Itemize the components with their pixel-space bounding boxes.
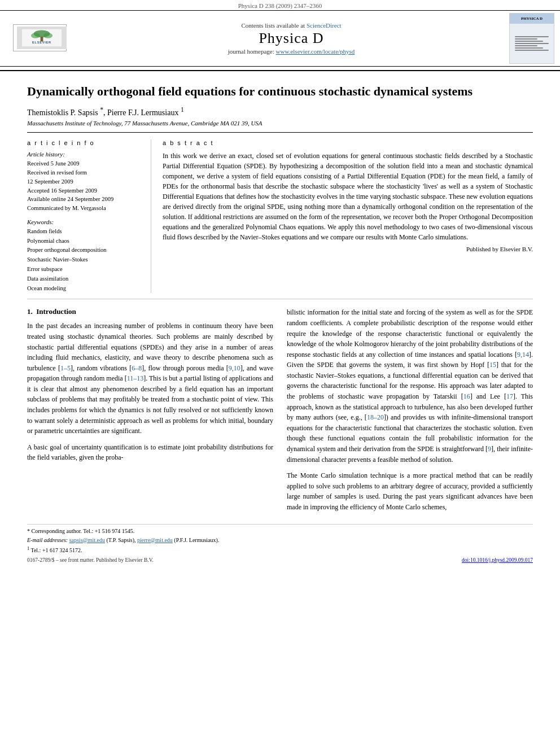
cover-body — [510, 24, 554, 63]
journal-header: Physica D 238 (2009) 2347–2360 ELSEVIER — [0, 0, 560, 71]
keyword-data-assim: Data assimilation — [27, 274, 143, 284]
footer-bottom: 0167-2789/$ – see front matter. Publishe… — [27, 557, 533, 563]
cover-title: PHYSICA D — [510, 14, 554, 24]
footer-legal-text: 0167-2789/$ – see front matter. Publishe… — [27, 557, 154, 563]
body-right-col: bilistic information for the initial sta… — [287, 307, 533, 518]
article-info-abstract: a r t i c l e i n f o Article history: R… — [27, 133, 533, 299]
abstract-col: a b s t r a c t In this work we derive a… — [163, 139, 533, 293]
svg-point-4 — [43, 33, 53, 38]
footnote-1: 1 Tel.: +1 617 324 5172. — [27, 545, 533, 555]
email-label: E-mail addresses: — [27, 537, 68, 543]
affiliation: Massachusetts Institute of Technology, 7… — [27, 120, 533, 126]
cover-line-7 — [515, 50, 549, 51]
footer-doi: doi:10.1016/j.physd.2009.09.017 — [462, 557, 533, 563]
paper-title: Dynamically orthogonal field equations f… — [27, 84, 533, 100]
ref-1-5: 1–5 — [60, 364, 71, 372]
journal-banner: ELSEVIER Contents lists available at Sci… — [0, 10, 560, 67]
ref-6-8: 6–8 — [132, 364, 142, 372]
ref-16: 16 — [463, 392, 470, 400]
ref-9b: 9 — [488, 445, 491, 453]
cover-line-5 — [515, 45, 537, 46]
ref-15: 15 — [489, 361, 496, 369]
journal-url[interactable]: www.elsevier.com/locate/physd — [276, 48, 355, 55]
section-title: Introduction — [36, 307, 76, 316]
journal-title-display: Physica D — [73, 30, 509, 47]
keyword-ocean: Ocean modeling — [27, 284, 143, 294]
history-online: Available online 24 September 2009 — [27, 195, 143, 204]
abstract-text: In this work we derive an exact, closed … — [163, 151, 533, 242]
body-left-col: 1. Introduction In the past decades an i… — [27, 307, 273, 518]
history-revised-label: Received in revised form — [27, 168, 143, 177]
published-by: Published by Elsevier B.V. — [163, 246, 533, 252]
journal-homepage: journal homepage: www.elsevier.com/locat… — [73, 48, 509, 55]
history-communicated: Communicated by M. Vergassola — [27, 204, 143, 213]
authors: Themistoklis P. Sapsis *, Pierre F.J. Le… — [27, 107, 533, 118]
paper-title-section: Dynamically orthogonal field equations f… — [27, 71, 533, 133]
cover-line-6 — [515, 47, 543, 49]
keyword-error-subspace: Error subspace — [27, 265, 143, 274]
history-label: Article history: — [27, 151, 143, 158]
history-accepted: Accepted 16 September 2009 — [27, 186, 143, 195]
keyword-random-fields: Random fields — [27, 227, 143, 237]
right-paragraph-2: The Monte Carlo simulation technique is … — [287, 470, 533, 512]
keyword-pod: Proper orthogonal decomposition — [27, 246, 143, 255]
elsevier-logo-img: ELSEVIER — [17, 27, 67, 49]
svg-text:ELSEVIER: ELSEVIER — [32, 41, 51, 44]
journal-cover-image: PHYSICA D — [509, 13, 554, 64]
intro-paragraph-2: A basic goal of uncertainty quantificati… — [27, 442, 273, 463]
ref-11-13: 11–13 — [127, 374, 144, 382]
footer-section: * Corresponding author. Tel.: +1 516 974… — [27, 524, 533, 567]
elsevier-logo-area: ELSEVIER — [6, 24, 73, 53]
elsevier-logo-box: ELSEVIER — [13, 24, 67, 51]
contents-availability: Contents lists available at ScienceDirec… — [73, 22, 509, 29]
ref-17: 17 — [506, 392, 513, 400]
main-content: Dynamically orthogonal field equations f… — [0, 71, 560, 567]
article-info-col: a r t i c l e i n f o Article history: R… — [27, 139, 151, 293]
body-content: 1. Introduction In the past decades an i… — [27, 299, 533, 518]
ref-18-20: 18–20 — [367, 413, 384, 421]
corresponding-marker-text: * — [27, 528, 30, 534]
section-number: 1. — [27, 307, 33, 316]
affil-marker: 1 — [181, 107, 184, 114]
email-pierre[interactable]: pierre@mit.edu — [137, 537, 173, 543]
right-paragraph-1: bilistic information for the initial sta… — [287, 307, 533, 465]
abstract-label: a b s t r a c t — [163, 139, 533, 146]
cover-line-3 — [515, 41, 543, 42]
cover-decoration — [515, 35, 549, 52]
history-received: Received 5 June 2009 — [27, 159, 143, 168]
intro-paragraph-1: In the past decades an increasing number… — [27, 321, 273, 436]
keywords-label: Keywords: — [27, 219, 143, 225]
article-info-label: a r t i c l e i n f o — [27, 139, 143, 146]
svg-point-3 — [30, 33, 40, 38]
cover-line-4 — [515, 43, 549, 44]
journal-center: Contents lists available at ScienceDirec… — [73, 22, 509, 55]
author-names: Themistoklis P. Sapsis *, Pierre F.J. Le… — [27, 108, 184, 117]
ref-9-14: 9,14 — [517, 351, 529, 359]
keywords-section: Keywords: Random fields Polynomial chaos… — [27, 219, 143, 294]
corresponding-marker: * — [100, 107, 103, 114]
keyword-polynomial-chaos: Polynomial chaos — [27, 237, 143, 246]
footnote-corresponding: * Corresponding author. Tel.: +1 516 974… — [27, 527, 533, 536]
cover-line-2 — [515, 38, 537, 40]
cover-line-1 — [515, 36, 549, 37]
doi-link[interactable]: doi:10.1016/j.physd.2009.09.017 — [462, 557, 533, 563]
footnote-1-marker: 1 — [27, 546, 29, 551]
keyword-stochastic-ns: Stochastic Navier–Stokes — [27, 255, 143, 265]
email-sapsis[interactable]: sapsis@mit.edu — [69, 537, 105, 543]
footnote-email: E-mail addresses: sapsis@mit.edu (T.P. S… — [27, 536, 533, 545]
article-history: Article history: Received 5 June 2009 Re… — [27, 151, 143, 213]
science-direct-link[interactable]: ScienceDirect — [307, 22, 342, 29]
journal-ref: Physica D 238 (2009) 2347–2360 — [0, 0, 560, 10]
history-revised-date: 12 September 2009 — [27, 177, 143, 186]
ref-9-10: 9,10 — [229, 364, 240, 372]
introduction-heading: 1. Introduction — [27, 307, 273, 316]
